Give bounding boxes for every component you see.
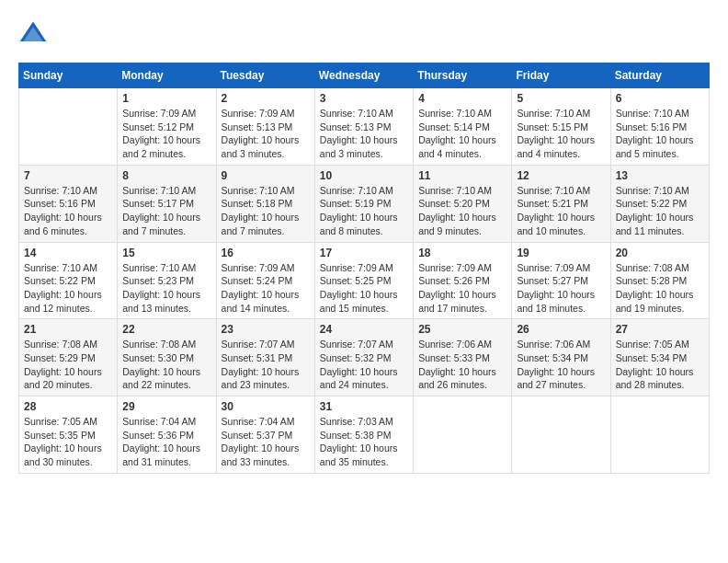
calendar-cell: 10Sunrise: 7:10 AMSunset: 5:19 PMDayligh… xyxy=(314,165,413,242)
day-info: Sunrise: 7:10 AMSunset: 5:16 PMDaylight:… xyxy=(24,184,112,238)
day-info: Sunrise: 7:08 AMSunset: 5:30 PMDaylight:… xyxy=(122,338,210,392)
day-number: 9 xyxy=(222,169,310,182)
day-number: 10 xyxy=(320,169,408,182)
day-info: Sunrise: 7:10 AMSunset: 5:21 PMDaylight:… xyxy=(517,184,605,238)
day-info: Sunrise: 7:10 AMSunset: 5:22 PMDaylight:… xyxy=(24,261,112,316)
calendar-cell: 18Sunrise: 7:09 AMSunset: 5:26 PMDayligh… xyxy=(414,242,512,319)
day-info: Sunrise: 7:10 AMSunset: 5:14 PMDaylight:… xyxy=(418,107,506,161)
calendar-cell: 16Sunrise: 7:09 AMSunset: 5:24 PMDayligh… xyxy=(216,242,314,319)
day-info: Sunrise: 7:08 AMSunset: 5:29 PMDaylight:… xyxy=(24,338,112,392)
calendar-cell: 9Sunrise: 7:10 AMSunset: 5:18 PMDaylight… xyxy=(216,165,314,242)
calendar-week-1: 1Sunrise: 7:09 AMSunset: 5:12 PMDaylight… xyxy=(19,88,710,166)
calendar-cell: 29Sunrise: 7:04 AMSunset: 5:36 PMDayligh… xyxy=(118,396,216,474)
calendar-cell: 23Sunrise: 7:07 AMSunset: 5:31 PMDayligh… xyxy=(216,319,314,396)
weekday-row: SundayMondayTuesdayWednesdayThursdayFrid… xyxy=(19,63,710,88)
calendar-cell: 24Sunrise: 7:07 AMSunset: 5:32 PMDayligh… xyxy=(314,319,413,396)
calendar-cell: 12Sunrise: 7:10 AMSunset: 5:21 PMDayligh… xyxy=(512,165,610,242)
calendar-cell: 1Sunrise: 7:09 AMSunset: 5:12 PMDaylight… xyxy=(118,88,216,166)
calendar-cell: 30Sunrise: 7:04 AMSunset: 5:37 PMDayligh… xyxy=(216,396,314,474)
day-number: 24 xyxy=(320,323,408,336)
calendar-cell: 25Sunrise: 7:06 AMSunset: 5:33 PMDayligh… xyxy=(414,319,512,396)
day-info: Sunrise: 7:06 AMSunset: 5:34 PMDaylight:… xyxy=(517,338,605,392)
day-info: Sunrise: 7:10 AMSunset: 5:20 PMDaylight:… xyxy=(418,184,506,238)
weekday-header-wednesday: Wednesday xyxy=(314,63,413,88)
calendar-cell: 27Sunrise: 7:05 AMSunset: 5:34 PMDayligh… xyxy=(610,319,709,396)
calendar-cell: 26Sunrise: 7:06 AMSunset: 5:34 PMDayligh… xyxy=(512,319,610,396)
day-number: 13 xyxy=(616,169,704,182)
day-info: Sunrise: 7:06 AMSunset: 5:33 PMDaylight:… xyxy=(418,338,506,392)
day-info: Sunrise: 7:10 AMSunset: 5:15 PMDaylight:… xyxy=(517,107,605,161)
calendar-week-5: 28Sunrise: 7:05 AMSunset: 5:35 PMDayligh… xyxy=(19,396,710,474)
day-number: 19 xyxy=(517,247,605,259)
day-number: 30 xyxy=(222,400,310,413)
calendar-cell xyxy=(414,396,512,474)
weekday-header-sunday: Sunday xyxy=(19,63,118,88)
day-number: 12 xyxy=(517,169,605,182)
weekday-header-thursday: Thursday xyxy=(414,63,512,88)
day-info: Sunrise: 7:05 AMSunset: 5:34 PMDaylight:… xyxy=(616,338,704,392)
calendar-cell: 13Sunrise: 7:10 AMSunset: 5:22 PMDayligh… xyxy=(610,165,709,242)
calendar-cell xyxy=(512,396,610,474)
day-info: Sunrise: 7:10 AMSunset: 5:18 PMDaylight:… xyxy=(222,184,310,238)
weekday-header-friday: Friday xyxy=(512,63,610,88)
calendar-cell: 5Sunrise: 7:10 AMSunset: 5:15 PMDaylight… xyxy=(512,88,610,166)
day-number: 14 xyxy=(24,247,112,259)
calendar-week-2: 7Sunrise: 7:10 AMSunset: 5:16 PMDaylight… xyxy=(19,165,710,242)
day-info: Sunrise: 7:10 AMSunset: 5:13 PMDaylight:… xyxy=(320,107,408,161)
day-info: Sunrise: 7:07 AMSunset: 5:31 PMDaylight:… xyxy=(222,338,310,392)
day-info: Sunrise: 7:10 AMSunset: 5:22 PMDaylight:… xyxy=(616,184,704,238)
day-info: Sunrise: 7:07 AMSunset: 5:32 PMDaylight:… xyxy=(320,338,408,392)
weekday-header-saturday: Saturday xyxy=(610,63,709,88)
day-number: 18 xyxy=(418,247,506,259)
calendar-header: SundayMondayTuesdayWednesdayThursdayFrid… xyxy=(19,63,710,88)
calendar-cell: 2Sunrise: 7:09 AMSunset: 5:13 PMDaylight… xyxy=(216,88,314,166)
day-info: Sunrise: 7:09 AMSunset: 5:13 PMDaylight:… xyxy=(222,107,310,161)
calendar-body: 1Sunrise: 7:09 AMSunset: 5:12 PMDaylight… xyxy=(19,88,710,474)
day-info: Sunrise: 7:03 AMSunset: 5:38 PMDaylight:… xyxy=(320,415,408,469)
calendar-cell: 3Sunrise: 7:10 AMSunset: 5:13 PMDaylight… xyxy=(314,88,413,166)
day-number: 16 xyxy=(222,247,310,259)
day-number: 17 xyxy=(320,247,408,259)
day-info: Sunrise: 7:08 AMSunset: 5:28 PMDaylight:… xyxy=(616,261,704,316)
calendar-week-4: 21Sunrise: 7:08 AMSunset: 5:29 PMDayligh… xyxy=(19,319,710,396)
day-number: 6 xyxy=(616,92,704,105)
day-info: Sunrise: 7:10 AMSunset: 5:16 PMDaylight:… xyxy=(616,107,704,161)
day-info: Sunrise: 7:09 AMSunset: 5:27 PMDaylight:… xyxy=(517,261,605,316)
calendar-cell: 28Sunrise: 7:05 AMSunset: 5:35 PMDayligh… xyxy=(19,396,118,474)
day-info: Sunrise: 7:10 AMSunset: 5:19 PMDaylight:… xyxy=(320,184,408,238)
calendar-cell: 7Sunrise: 7:10 AMSunset: 5:16 PMDaylight… xyxy=(19,165,118,242)
weekday-header-tuesday: Tuesday xyxy=(216,63,314,88)
day-number: 1 xyxy=(122,92,210,105)
calendar-cell: 17Sunrise: 7:09 AMSunset: 5:25 PMDayligh… xyxy=(314,242,413,319)
day-number: 15 xyxy=(122,247,210,259)
day-info: Sunrise: 7:10 AMSunset: 5:17 PMDaylight:… xyxy=(122,184,210,238)
calendar-cell: 14Sunrise: 7:10 AMSunset: 5:22 PMDayligh… xyxy=(19,242,118,319)
day-number: 28 xyxy=(24,400,112,413)
day-number: 26 xyxy=(517,323,605,336)
day-info: Sunrise: 7:04 AMSunset: 5:37 PMDaylight:… xyxy=(222,415,310,469)
day-number: 31 xyxy=(320,400,408,413)
weekday-header-monday: Monday xyxy=(118,63,216,88)
day-number: 11 xyxy=(418,169,506,182)
day-number: 2 xyxy=(222,92,310,105)
calendar-cell: 8Sunrise: 7:10 AMSunset: 5:17 PMDaylight… xyxy=(118,165,216,242)
day-info: Sunrise: 7:05 AMSunset: 5:35 PMDaylight:… xyxy=(24,415,112,469)
calendar-cell: 19Sunrise: 7:09 AMSunset: 5:27 PMDayligh… xyxy=(512,242,610,319)
day-info: Sunrise: 7:04 AMSunset: 5:36 PMDaylight:… xyxy=(122,415,210,469)
day-number: 7 xyxy=(24,169,112,182)
logo-icon xyxy=(18,18,48,48)
day-number: 4 xyxy=(418,92,506,105)
day-info: Sunrise: 7:10 AMSunset: 5:23 PMDaylight:… xyxy=(122,261,210,316)
calendar-cell: 20Sunrise: 7:08 AMSunset: 5:28 PMDayligh… xyxy=(610,242,709,319)
day-number: 20 xyxy=(616,247,704,259)
calendar-cell xyxy=(19,88,118,166)
day-number: 3 xyxy=(320,92,408,105)
day-number: 27 xyxy=(616,323,704,336)
calendar-cell: 6Sunrise: 7:10 AMSunset: 5:16 PMDaylight… xyxy=(610,88,709,166)
logo xyxy=(18,18,51,48)
day-info: Sunrise: 7:09 AMSunset: 5:24 PMDaylight:… xyxy=(222,261,310,316)
day-number: 8 xyxy=(122,169,210,182)
calendar-cell xyxy=(610,396,709,474)
day-number: 5 xyxy=(517,92,605,105)
calendar-cell: 15Sunrise: 7:10 AMSunset: 5:23 PMDayligh… xyxy=(118,242,216,319)
